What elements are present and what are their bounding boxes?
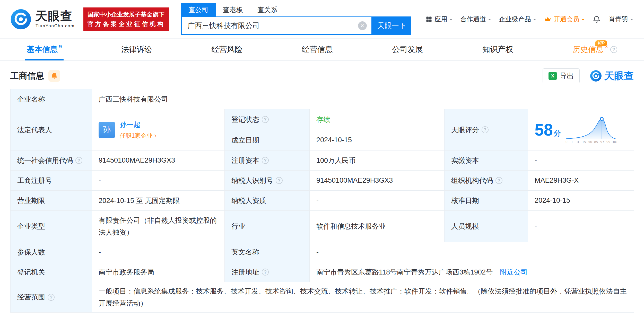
bell-icon [51, 72, 58, 79]
table-row: 企业类型 有限责任公司（非自然人投资或控股的法人独资） 行业 软件和信息技术服务… [11, 211, 634, 242]
field-label: 企业名称 [11, 89, 92, 109]
section-head: 工商信息 导出 天眼查 [0, 61, 644, 89]
tab-business-info[interactable]: 经营信息 [302, 39, 333, 60]
chevron-down-icon [449, 19, 452, 22]
avatar[interactable]: 孙 [99, 122, 115, 138]
brand-domain: TianYanCha.com [36, 23, 75, 29]
field-label: 注册地址 [231, 268, 259, 277]
tab-label: 法律诉讼 [121, 44, 152, 55]
table-row: 法定代表人 孙 孙一超 任职1家企业 › 登记状态 存续 [11, 109, 634, 130]
table-row: 参保人数 - 英文名称 - [11, 242, 634, 262]
watermark-logo: 天眼查 [590, 69, 634, 83]
field-label: 英文名称 [225, 242, 310, 262]
field-label: 工商注册号 [11, 171, 92, 191]
field-label: 纳税人识别号 [231, 176, 273, 185]
nav-apps[interactable]: 应用 [425, 15, 452, 23]
nearby-companies-link[interactable]: 附近公司 [500, 268, 528, 277]
company-type-value: 有限责任公司（非自然人投资或控股的法人独资） [92, 211, 225, 242]
gov-certification-badge: 国家中小企业发展子基金旗下 官方备案企业征信机构 [83, 7, 169, 31]
reg-address-cell: 南宁市青秀区东葛路118号南宁青秀万达广场西3栋1902号 附近公司 [310, 262, 634, 282]
help-icon[interactable] [495, 177, 502, 184]
business-info-table: 企业名称 广西三快科技有限公司 法定代表人 孙 孙一超 任职1家企业 › 登记状… [10, 89, 634, 313]
field-label: 成立日期 [225, 130, 310, 150]
field-label: 登记机关 [11, 262, 92, 282]
help-icon[interactable] [262, 269, 269, 276]
tab-intellectual-property[interactable]: 知识产权 [482, 39, 513, 60]
legal-rep-cell: 孙 孙一超 任职1家企业 › [92, 109, 225, 150]
help-icon[interactable] [75, 157, 82, 164]
field-label: 参保人数 [11, 242, 92, 262]
bell-icon [592, 15, 601, 24]
nav-vip-label: 开通会员 [554, 15, 579, 23]
svg-text:1: 1 [571, 140, 573, 144]
tab-company-development[interactable]: 公司发展 [392, 39, 423, 60]
help-icon[interactable] [262, 116, 269, 123]
svg-text:100: 100 [611, 140, 616, 144]
reg-authority-value: 南宁市政务服务局 [92, 262, 225, 282]
credit-code-value: 91450100MAE29H3GX3 [92, 150, 225, 171]
taxpayer-id-value: 91450100MAE29H3GX3 [310, 171, 445, 191]
business-term-value: 2024-10-15 至 无固定期限 [92, 191, 225, 211]
watermark-brand-name: 天眼查 [604, 69, 634, 83]
help-icon[interactable] [482, 126, 489, 133]
main-content: 工商信息 导出 天眼查 [0, 61, 644, 313]
search-button[interactable]: 天眼一下 [372, 16, 411, 35]
table-row: 登记机关 南宁市政务服务局 注册地址 南宁市青秀区东葛路118号南宁青秀万达广场… [11, 262, 634, 282]
tab-basic-info[interactable]: 基本信息 9 [27, 39, 62, 60]
legal-rep-link[interactable]: 孙一超 [120, 120, 156, 129]
chevron-down-icon [488, 19, 491, 22]
field-label-cell: 经营范围 [11, 282, 92, 313]
legal-rep-companies-link[interactable]: 任职1家企业 › [120, 132, 156, 140]
insured-count-value: - [92, 242, 225, 262]
nav-apps-label: 应用 [434, 15, 447, 23]
industry-value: 软件和信息技术服务业 [310, 211, 445, 242]
reg-number-value: - [92, 171, 225, 191]
user-menu[interactable]: 肖青羽 [609, 15, 633, 23]
field-label: 法定代表人 [11, 109, 92, 150]
staff-size-value: - [528, 211, 634, 242]
field-label: 经营范围 [17, 291, 45, 303]
notification-bell[interactable] [592, 15, 601, 24]
field-label-cell: 登记状态 [225, 109, 310, 130]
chevron-down-icon [630, 19, 633, 22]
tab-history-info[interactable]: VIP 历史信息 3 [573, 39, 617, 60]
clear-search-icon[interactable] [358, 21, 367, 30]
approval-date-value: 2024-10-15 [528, 191, 634, 211]
help-icon[interactable] [276, 177, 283, 184]
paid-capital-value: - [528, 150, 634, 171]
nav-enterprise-products[interactable]: 企业级产品 [499, 15, 536, 23]
svg-text:85: 85 [594, 140, 598, 144]
field-label-cell: 注册资本 [225, 150, 310, 171]
monitor-bell-button[interactable] [48, 70, 60, 82]
english-name-value: - [310, 242, 634, 262]
nav-open-vip[interactable]: 开通会员 [544, 15, 585, 23]
help-icon[interactable] [48, 294, 55, 301]
section-title: 工商信息 [10, 70, 44, 82]
field-label: 行业 [225, 211, 310, 242]
nav-cooperation[interactable]: 合作通道 [460, 15, 491, 23]
tab-operational-risk[interactable]: 经营风险 [212, 39, 242, 60]
tianyancha-logo[interactable]: 天眼查 TianYanCha.com [10, 9, 75, 30]
company-name-value: 广西三快科技有限公司 [92, 89, 634, 109]
help-icon[interactable] [262, 157, 269, 164]
table-row: 营业期限 2024-10-15 至 无固定期限 纳税人资质 - 核准日期 202… [11, 191, 634, 211]
score-unit: 分 [554, 128, 561, 138]
field-label: 纳税人资质 [225, 191, 310, 211]
tianyancha-logo-icon [10, 9, 31, 30]
search-input-wrap [181, 16, 372, 35]
search-tab-company[interactable]: 查公司 [181, 3, 216, 16]
field-label: 核准日期 [445, 191, 528, 211]
crown-icon [544, 15, 552, 23]
export-button[interactable]: 导出 [543, 68, 580, 83]
field-label: 人员规模 [445, 211, 528, 242]
help-icon[interactable] [610, 46, 617, 53]
tab-legal-proceedings[interactable]: 法律诉讼 [121, 39, 152, 60]
search-tab-relation[interactable]: 查关系 [250, 3, 285, 16]
search-input[interactable] [188, 22, 358, 30]
tab-label: 经营风险 [212, 44, 242, 55]
table-row: 经营范围 一般项目：信息系统集成服务；技术服务、技术开发、技术咨询、技术交流、技… [11, 282, 634, 313]
taxpayer-quality-value: - [310, 191, 445, 211]
svg-text:3: 3 [577, 140, 579, 144]
search-tab-boss[interactable]: 查老板 [216, 3, 250, 16]
svg-text:97: 97 [600, 140, 604, 144]
